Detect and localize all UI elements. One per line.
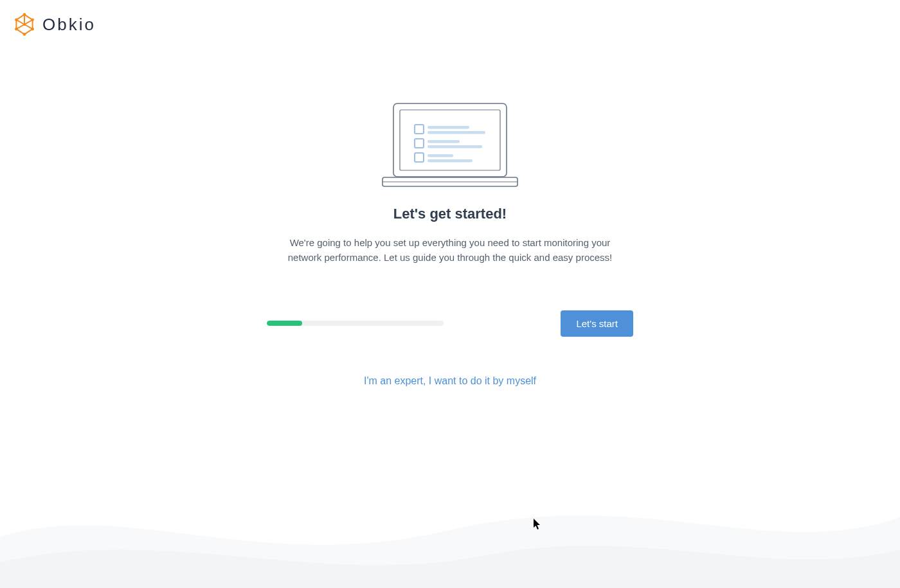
svg-rect-18: [428, 154, 453, 157]
onboarding-main: Let's get started! We're going to help y…: [0, 49, 900, 387]
svg-rect-16: [428, 145, 482, 148]
svg-rect-19: [428, 159, 473, 163]
svg-rect-11: [415, 125, 424, 134]
onboarding-heading: Let's get started!: [393, 206, 507, 222]
brand-name: Obkio: [42, 15, 96, 35]
expert-mode-link[interactable]: I'm an expert, I want to do it by myself: [364, 375, 536, 387]
app-header: Obkio: [0, 0, 900, 49]
svg-point-3: [23, 33, 26, 36]
svg-rect-13: [428, 131, 485, 134]
svg-point-5: [15, 18, 18, 21]
svg-rect-15: [428, 140, 460, 143]
brand-logo-wrap[interactable]: Obkio: [13, 13, 96, 36]
action-row: Let's start: [267, 310, 633, 337]
svg-point-1: [31, 18, 34, 21]
brand-logo-icon: [13, 13, 36, 36]
svg-rect-17: [415, 153, 424, 162]
progress-bar: [267, 321, 444, 326]
svg-rect-12: [428, 126, 469, 129]
lets-start-button[interactable]: Let's start: [561, 310, 633, 337]
svg-point-4: [15, 28, 18, 31]
svg-rect-14: [415, 139, 424, 148]
onboarding-description: We're going to help you set up everythin…: [280, 235, 620, 265]
svg-point-6: [23, 23, 26, 26]
svg-point-2: [31, 28, 34, 31]
background-wave-decoration: [0, 459, 900, 588]
laptop-illustration-icon: [379, 100, 521, 190]
mouse-cursor-icon: [534, 519, 541, 530]
progress-fill: [267, 321, 302, 326]
svg-point-0: [23, 13, 26, 16]
